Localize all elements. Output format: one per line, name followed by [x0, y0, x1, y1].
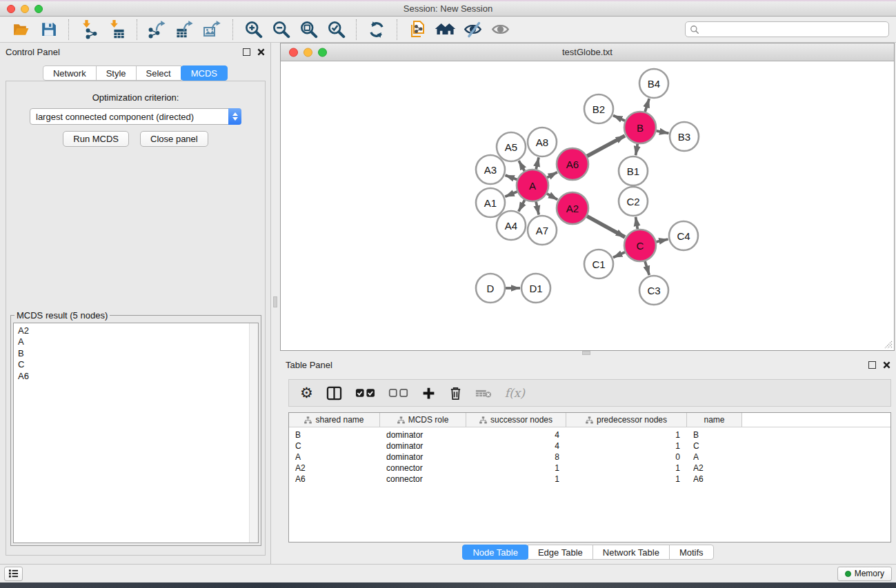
select-all-button[interactable]	[355, 388, 375, 398]
graph-edge-A2-C[interactable]	[587, 216, 625, 237]
graph-edge-B-B1[interactable]	[636, 144, 638, 156]
result-item-a2[interactable]: A2	[18, 325, 258, 336]
splitter-grip[interactable]	[273, 296, 277, 307]
run-mcds-button[interactable]: Run MCDS	[63, 131, 129, 147]
graph-node-A2[interactable]: A2	[557, 192, 588, 224]
graph-edge-B-B3[interactable]	[657, 131, 669, 134]
graph-node-A[interactable]: A	[517, 170, 548, 201]
tab-network-table[interactable]: Network Table	[593, 545, 670, 560]
export-network-button[interactable]	[146, 19, 169, 41]
graph-node-B3[interactable]: B3	[670, 122, 699, 151]
table-row-a6[interactable]: A6connector11A6	[289, 474, 890, 485]
tab-mcds[interactable]: MCDS	[181, 65, 228, 81]
graph-node-C4[interactable]: C4	[669, 221, 698, 250]
minimize-window-button[interactable]	[21, 5, 29, 13]
graph-edge-A-A6[interactable]	[547, 172, 557, 178]
table-row-b[interactable]: Bdominator41B	[289, 429, 890, 440]
refresh-button[interactable]	[365, 19, 388, 41]
zoom-fit-button[interactable]	[297, 19, 320, 41]
zoom-in-button[interactable]	[241, 19, 265, 41]
column-header-shared-name[interactable]: shared name	[289, 413, 380, 427]
graph-edge-A-A2[interactable]	[547, 194, 557, 200]
graph-node-C3[interactable]: C3	[639, 276, 668, 305]
result-scrollbar[interactable]	[249, 323, 258, 543]
hide-selected-button[interactable]	[461, 19, 484, 41]
memory-button[interactable]: Memory	[837, 567, 892, 581]
graph-node-A6[interactable]: A6	[557, 148, 588, 180]
export-table-button[interactable]	[173, 19, 197, 41]
graph-edge-A-A3[interactable]	[506, 175, 517, 179]
network-canvas[interactable]: B4B2BB3A5A8A6B1A3AC2A1A2A4A7C4CC1C3DD1	[281, 61, 894, 350]
tab-style[interactable]: Style	[96, 65, 137, 81]
add-column-button[interactable]	[421, 386, 436, 401]
minimize-view-button[interactable]	[303, 48, 312, 57]
open-session-button[interactable]	[9, 19, 32, 41]
graph-edge-B-B4[interactable]	[645, 99, 649, 112]
column-header-name[interactable]: name	[687, 413, 742, 427]
table-row-c[interactable]: Cdominator41C	[289, 440, 890, 452]
optimization-select[interactable]: largest connected component (directed)	[30, 108, 241, 125]
graph-node-D[interactable]: D	[476, 274, 505, 303]
column-header-predecessor-nodes[interactable]: predecessor nodes	[566, 413, 687, 427]
vertical-splitter[interactable]	[271, 43, 280, 564]
splitter-grip[interactable]	[582, 351, 590, 355]
zoom-out-button[interactable]	[269, 19, 292, 41]
table-row-a[interactable]: Adominator80A	[289, 452, 890, 463]
graph-edge-A-A7[interactable]	[536, 201, 539, 214]
deselect-all-button[interactable]	[388, 388, 408, 398]
graph-edge-A-A8[interactable]	[536, 157, 539, 169]
column-view-button[interactable]	[326, 386, 342, 401]
graph-edge-A-A5[interactable]	[519, 161, 524, 171]
graph-edge-C-C3[interactable]	[645, 261, 649, 275]
result-item-c[interactable]: C	[18, 359, 258, 370]
graph-node-B[interactable]: B	[624, 112, 656, 143]
table-row-a2[interactable]: A2connector11A2	[289, 463, 890, 474]
delete-column-button[interactable]	[449, 386, 462, 401]
tab-network[interactable]: Network	[43, 65, 97, 81]
column-header-successor-nodes[interactable]: successor nodes	[466, 413, 566, 427]
result-item-a6[interactable]: A6	[18, 371, 258, 382]
graph-edge-C-C2[interactable]	[636, 217, 638, 230]
function-builder-button[interactable]: f(x)	[505, 386, 525, 400]
zoom-window-button[interactable]	[34, 5, 43, 13]
graph-node-C[interactable]: C	[624, 230, 656, 261]
close-view-button[interactable]	[289, 48, 298, 57]
tab-edge-table[interactable]: Edge Table	[528, 545, 593, 560]
graph-node-B1[interactable]: B1	[619, 156, 648, 185]
close-panel-icon[interactable]	[257, 48, 265, 56]
graph-edge-C-C1[interactable]	[613, 252, 625, 258]
search-input[interactable]	[702, 23, 888, 36]
task-history-button[interactable]	[4, 567, 23, 581]
zoom-selected-button[interactable]	[324, 19, 348, 41]
import-table-button[interactable]	[105, 19, 128, 41]
result-item-a[interactable]: A	[18, 336, 258, 347]
save-session-button[interactable]	[37, 19, 60, 41]
graph-edge-C-C4[interactable]	[656, 239, 668, 242]
tab-motifs[interactable]: Motifs	[669, 545, 714, 560]
export-image-button[interactable]	[201, 19, 224, 41]
graph-node-A7[interactable]: A7	[528, 216, 557, 245]
result-item-b[interactable]: B	[18, 348, 258, 359]
mcds-result-list[interactable]: A2ABCA6	[13, 323, 259, 543]
graph-edge-B-B2[interactable]	[613, 115, 625, 121]
zoom-view-button[interactable]	[318, 48, 327, 57]
copy-network-button[interactable]	[406, 19, 429, 41]
graph-node-A1[interactable]: A1	[476, 188, 505, 217]
search-box[interactable]	[685, 21, 889, 37]
show-all-button[interactable]	[488, 19, 512, 41]
network-window-titlebar[interactable]: testGlobe.txt	[281, 43, 894, 61]
home-button[interactable]	[433, 19, 457, 41]
graph-node-B2[interactable]: B2	[584, 94, 613, 123]
close-panel-button[interactable]: Close panel	[140, 131, 208, 147]
float-panel-icon[interactable]	[868, 361, 876, 369]
resize-grip[interactable]	[884, 340, 893, 349]
import-network-button[interactable]	[77, 19, 101, 41]
graph-edge-A6-B[interactable]	[587, 136, 625, 156]
horizontal-splitter[interactable]	[280, 351, 896, 356]
close-window-button[interactable]	[7, 5, 15, 13]
graph-edge-A-A4[interactable]	[519, 200, 525, 212]
graph-node-C1[interactable]: C1	[584, 250, 613, 278]
graph-node-A3[interactable]: A3	[476, 155, 505, 184]
graph-node-A5[interactable]: A5	[497, 132, 526, 161]
graph-node-B4[interactable]: B4	[639, 69, 668, 98]
